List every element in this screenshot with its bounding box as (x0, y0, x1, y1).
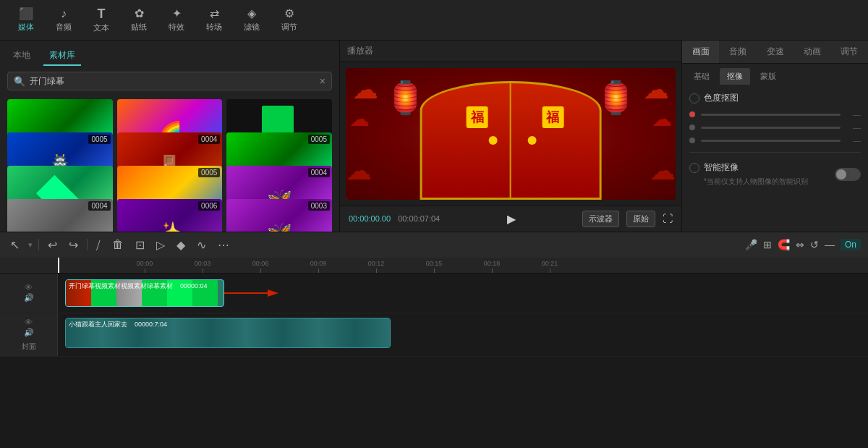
clip-label-main: 小猫跟着主人回家去 00000:7:04 (69, 320, 167, 329)
material-item[interactable]: 🦋 0003 ⬇ (226, 199, 332, 231)
media-icon: ⬛ (19, 8, 33, 20)
preview-video-inner: ☁ ☁ ☁ ☁ ☁ ☁ 福 福 (346, 68, 676, 200)
right-tabs: 画面 音频 变速 动画 调节 (682, 41, 868, 64)
tool-loop[interactable]: ↺ (810, 239, 819, 250)
select-dropdown[interactable]: ▾ (28, 240, 33, 250)
tool-play-timeline[interactable]: ▷ (153, 237, 168, 253)
slider-track-1[interactable] (701, 114, 841, 116)
adjust-icon: ⚙ (284, 8, 294, 20)
tab-animate[interactable]: 动画 (793, 41, 830, 63)
tool-redo[interactable]: ↪ (66, 237, 81, 253)
tool-effects-label: 特效 (169, 22, 184, 33)
slider-track-2[interactable] (701, 127, 841, 129)
tool-curve[interactable]: ∿ (194, 237, 209, 253)
effects-icon: ✦ (172, 8, 182, 20)
cloud-right-bot: ☁ (650, 156, 676, 186)
tool-media[interactable]: ⬛ 媒体 (7, 5, 45, 35)
tool-effects[interactable]: ✦ 特效 (158, 5, 195, 35)
track-content-green: 开门绿幕视频素材视频素材绿幕素材 00000:04 (58, 274, 868, 313)
playhead[interactable] (58, 258, 59, 273)
search-input[interactable] (30, 76, 315, 86)
track-icon-lock[interactable]: 🔊 (24, 293, 34, 303)
cloud-left-mid: ☁ (349, 107, 370, 131)
oscilloscope-button[interactable]: 示波器 (582, 211, 619, 227)
tool-delete[interactable]: 🗑 (109, 237, 127, 253)
tool-undo[interactable]: ↩ (45, 237, 60, 253)
clip-label-green: 开门绿幕视频素材视频素材绿幕素材 00000:04 (69, 282, 208, 291)
tool-magnet[interactable]: 🧲 (778, 239, 790, 250)
main-content: 本地 素材库 🔍 × ⬇ 🌈 ⬇ ⬇ (0, 41, 868, 232)
door-center (510, 83, 511, 197)
ruler-tick-7 (550, 269, 550, 273)
tab-audio[interactable]: 音频 (719, 41, 756, 63)
material-count: 0005 (308, 135, 330, 144)
ruler-label-7: 00:21 (542, 260, 558, 267)
smart-matting-checkbox[interactable] (689, 163, 699, 173)
tool-keyframe[interactable]: ◆ (174, 237, 188, 253)
tool-audio[interactable]: ♪ 音频 (45, 5, 82, 35)
right-content: 色度抠图 — — (682, 85, 868, 232)
right-panel: 画面 音频 变速 动画 调节 基础 抠像 蒙版 色度抠图 (681, 41, 868, 232)
timeline-area: 00:00 00:03 00:06 00:09 00:12 00:15 (0, 258, 868, 449)
tab-material[interactable]: 素材库 (43, 46, 81, 66)
tab-canvas[interactable]: 画面 (682, 41, 719, 63)
tool-mic[interactable]: 🎤 (745, 239, 757, 250)
tool-text[interactable]: T 文本 (82, 4, 120, 36)
sub-tab-mask[interactable]: 蒙版 (753, 68, 783, 85)
tool-more[interactable]: ⋯ (215, 237, 232, 253)
tool-split[interactable]: ⧸ (93, 237, 103, 253)
tool-adjust[interactable]: ⚙ 调节 (271, 5, 308, 35)
lantern-left: 🏮 (386, 79, 425, 117)
tool-text-label: 文本 (93, 22, 109, 33)
tool-select[interactable]: ↖ (7, 237, 22, 253)
transition-icon: ⇄ (210, 8, 219, 20)
chroma-checkbox[interactable] (689, 93, 699, 103)
ruler-mark-4: 00:12 (347, 260, 405, 273)
left-tabs: 本地 素材库 (0, 41, 339, 66)
tab-adjust[interactable]: 调节 (831, 41, 868, 63)
tool-transition[interactable]: ⇄ 转场 (195, 5, 233, 35)
slider-row-1: — (689, 110, 861, 119)
tab-local[interactable]: 本地 (7, 46, 36, 66)
material-item[interactable]: ✨ 0006 ⬇ (117, 199, 223, 231)
video-clip-main[interactable]: 小猫跟着主人回家去 00000:7:04 (65, 318, 391, 348)
preview-title: 播放器 (347, 46, 373, 56)
timeline-right-tools: 🎤 ⊞ 🧲 ⇔ ↺ — On (745, 239, 861, 250)
play-button[interactable]: ▶ (447, 212, 575, 226)
tool-snap[interactable]: ⊞ (763, 239, 772, 250)
tool-sticker-label: 贴纸 (131, 22, 147, 33)
sub-tab-basic[interactable]: 基础 (686, 68, 717, 85)
search-icon: 🔍 (14, 76, 25, 87)
original-button[interactable]: 原始 (626, 211, 655, 227)
sub-tab-matting[interactable]: 抠像 (720, 68, 750, 85)
ruler-tick-4 (376, 269, 377, 273)
tab-speed[interactable]: 变速 (757, 41, 793, 63)
slider-track-3[interactable] (701, 140, 841, 142)
material-count: 0004 (308, 168, 330, 177)
cloud-right-mid: ☁ (652, 107, 672, 131)
preview-controls: 00:00:00.00 00:00:07:04 ▶ 示波器 原始 ⛶ (340, 206, 681, 232)
slider-dot-3 (689, 138, 695, 143)
search-close-icon[interactable]: × (320, 75, 326, 87)
fullscreen-button[interactable]: ⛶ (663, 213, 673, 224)
video-clip-green[interactable]: 开门绿幕视频素材视频素材绿幕素材 00000:04 (65, 279, 224, 307)
ruler-mark-6: 00:18 (463, 260, 521, 273)
ruler-mark-7: 00:21 (521, 260, 579, 273)
tool-crop[interactable]: ⊡ (132, 237, 148, 253)
ruler-label-1: 00:03 (195, 260, 211, 267)
main-track-icon-eye[interactable]: 👁 (25, 318, 33, 326)
tool-link[interactable]: ⇔ (796, 239, 804, 250)
smart-matting-toggle[interactable] (835, 168, 861, 181)
slider-val-1: — (846, 110, 861, 119)
tool-filter[interactable]: ◈ 滤镜 (233, 5, 271, 35)
slider-dot-1 (689, 111, 695, 117)
tool-zoom-out[interactable]: — (825, 239, 835, 250)
material-item[interactable]: 0004 ⬇ (7, 199, 113, 231)
sticker-icon: ✿ (135, 8, 144, 20)
tool-sticker[interactable]: ✿ 贴纸 (120, 5, 158, 35)
main-track-icon-speaker[interactable]: 🔊 (24, 328, 34, 337)
track-icon-eye[interactable]: 👁 (25, 283, 33, 292)
ruler-marks: 00:00 00:03 00:06 00:09 00:12 00:15 (116, 260, 868, 273)
top-toolbar: ⬛ 媒体 ♪ 音频 T 文本 ✿ 贴纸 ✦ 特效 ⇄ 转场 ◈ 滤镜 ⚙ 调节 (0, 0, 868, 41)
door-scene: ☁ ☁ ☁ ☁ ☁ ☁ 福 福 (346, 68, 676, 200)
